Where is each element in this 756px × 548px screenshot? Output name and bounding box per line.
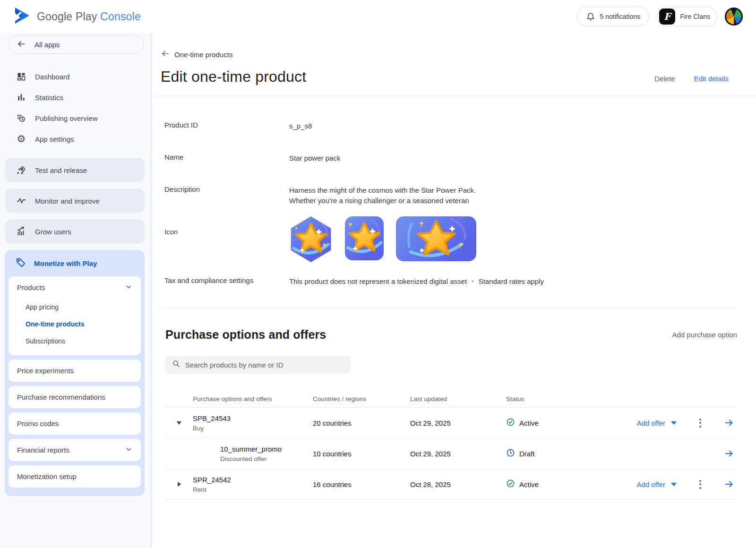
chevron-down-icon bbox=[125, 283, 132, 292]
description-line2: Whether you're a rising challenger or a … bbox=[289, 196, 476, 206]
rocket-icon bbox=[16, 164, 27, 176]
description-value: Harness the might of the cosmos with the… bbox=[289, 185, 476, 206]
add-offer-label: Add offer bbox=[636, 419, 665, 427]
col-header-status: Status bbox=[506, 395, 623, 402]
caret-down-icon bbox=[671, 421, 677, 425]
sidebar-group-grow-users[interactable]: Grow users bbox=[5, 219, 145, 244]
open-row-arrow[interactable] bbox=[724, 479, 734, 489]
account-avatar[interactable] bbox=[725, 8, 743, 26]
all-apps-back-button[interactable]: All apps bbox=[9, 35, 144, 54]
delete-button[interactable]: Delete bbox=[654, 75, 675, 83]
sidebar-item-subscriptions[interactable]: Subscriptions bbox=[9, 333, 141, 350]
triangle-down-icon bbox=[177, 421, 181, 425]
product-icon-banner bbox=[396, 216, 476, 261]
icon-label: Icon bbox=[161, 228, 289, 236]
bell-icon bbox=[586, 11, 595, 22]
notifications-button[interactable]: 5 notifications bbox=[577, 7, 650, 26]
brand[interactable]: Google Play Console bbox=[14, 7, 141, 26]
sidebar: All apps Dashboard Statistics Publishing… bbox=[0, 33, 152, 548]
col-header-purchase-options: Purchase options and offers bbox=[193, 395, 313, 402]
tax-compliance-label: Tax and compliance settings bbox=[161, 276, 289, 287]
countries-cell: 10 countries bbox=[313, 450, 410, 458]
collapse-row-button[interactable] bbox=[165, 421, 193, 425]
more-actions-button[interactable] bbox=[697, 417, 703, 429]
sidebar-item-products[interactable]: Products bbox=[9, 276, 141, 299]
card-label: Promo codes bbox=[17, 420, 59, 428]
search-box[interactable] bbox=[165, 356, 351, 374]
sidebar-item-promo-codes[interactable]: Promo codes bbox=[9, 412, 141, 435]
caret-down-icon bbox=[671, 483, 677, 486]
countries-cell: 20 countries bbox=[313, 419, 410, 427]
brand-console: Console bbox=[100, 10, 141, 23]
last-updated-cell: Oct 28, 2025 bbox=[410, 480, 506, 488]
description-label: Description bbox=[161, 185, 289, 206]
sidebar-item-publishing-overview[interactable]: Publishing overview bbox=[0, 108, 152, 128]
app-name-label: Fire Clans bbox=[680, 13, 710, 20]
products-card: Products App pricing One-time products S… bbox=[9, 276, 141, 355]
active-check-icon bbox=[506, 418, 515, 428]
col-header-last-updated: Last updated bbox=[410, 395, 506, 402]
main-content: One-time products Edit one-time product … bbox=[152, 33, 756, 548]
countries-cell: 16 countries bbox=[313, 480, 410, 488]
add-offer-button[interactable]: Add offer bbox=[636, 419, 677, 427]
search-input[interactable] bbox=[185, 361, 344, 369]
add-offer-button[interactable]: Add offer bbox=[636, 480, 677, 488]
card-label: Monetization setup bbox=[17, 472, 77, 480]
purchase-options-table: Purchase options and offers Countries / … bbox=[165, 391, 737, 500]
publishing-overview-icon bbox=[16, 112, 27, 124]
more-actions-button[interactable] bbox=[697, 478, 703, 491]
sidebar-item-app-settings[interactable]: ⚙ App settings bbox=[0, 128, 152, 149]
table-row: SPR_24542 Rent 16 countries Oct 28, 2025… bbox=[165, 469, 737, 500]
sidebar-item-statistics[interactable]: Statistics bbox=[0, 87, 152, 108]
purchase-option-id: SPR_24542 bbox=[193, 476, 313, 484]
sidebar-item-monetization-setup[interactable]: Monetization setup bbox=[9, 465, 141, 488]
statistics-icon bbox=[16, 92, 27, 103]
draft-clock-icon bbox=[506, 448, 515, 459]
table-row: 10_summer_promo Discounted offer 10 coun… bbox=[165, 438, 737, 469]
notifications-label: 5 notifications bbox=[600, 13, 641, 20]
sidebar-group-label: Monitor and improve bbox=[35, 197, 100, 205]
purchase-options-heading: Purchase options and offers bbox=[165, 328, 326, 342]
sidebar-item-label: App settings bbox=[35, 135, 74, 143]
last-updated-cell: Oct 29, 2025 bbox=[410, 450, 506, 458]
add-offer-label: Add offer bbox=[636, 480, 665, 488]
back-arrow-icon bbox=[17, 39, 26, 50]
status-badge: Active bbox=[519, 480, 539, 488]
brand-text: Google Play Console bbox=[37, 10, 141, 23]
sidebar-item-dashboard[interactable]: Dashboard bbox=[0, 66, 152, 87]
sidebar-group-label: Grow users bbox=[35, 228, 71, 236]
section-divider bbox=[161, 308, 737, 309]
purchase-option-type: Rent bbox=[193, 486, 313, 493]
sidebar-item-financial-reports[interactable]: Financial reports bbox=[9, 439, 141, 461]
back-arrow-icon bbox=[161, 49, 170, 60]
app-switcher-button[interactable]: F Fire Clans bbox=[657, 7, 717, 26]
sidebar-group-monetize-with-play[interactable]: Monetize with Play bbox=[5, 250, 145, 276]
product-icon-square bbox=[345, 216, 384, 260]
edit-details-button[interactable]: Edit details bbox=[694, 75, 729, 83]
sidebar-item-label: Publishing overview bbox=[35, 114, 98, 122]
status-badge: Draft bbox=[519, 450, 535, 458]
product-id-label: Product ID bbox=[161, 121, 289, 131]
tax-separator: • bbox=[472, 276, 474, 287]
expand-row-button[interactable] bbox=[165, 482, 193, 487]
offer-type: Discounted offer bbox=[220, 455, 313, 462]
col-header-countries: Countries / regions bbox=[313, 395, 410, 402]
open-row-arrow[interactable] bbox=[724, 448, 734, 459]
sidebar-group-monitor-and-improve[interactable]: Monitor and improve bbox=[5, 188, 145, 213]
sidebar-item-label: Statistics bbox=[35, 94, 63, 102]
header-divider bbox=[152, 97, 756, 97]
sidebar-item-app-pricing[interactable]: App pricing bbox=[9, 299, 141, 316]
sidebar-item-price-experiments[interactable]: Price experiments bbox=[9, 360, 141, 382]
sidebar-group-test-and-release[interactable]: Test and release bbox=[5, 158, 145, 182]
sidebar-item-purchase-recommendations[interactable]: Purchase recommendations bbox=[9, 386, 141, 408]
card-label: Financial reports bbox=[17, 446, 69, 454]
last-updated-cell: Oct 29, 2025 bbox=[410, 419, 506, 427]
breadcrumb[interactable]: One-time products bbox=[161, 49, 756, 60]
tax-value-2: Standard rates apply bbox=[479, 276, 544, 287]
tag-icon bbox=[16, 257, 26, 269]
sidebar-group-label: Test and release bbox=[35, 166, 87, 174]
open-row-arrow[interactable] bbox=[724, 418, 734, 428]
search-icon bbox=[172, 360, 180, 370]
sidebar-item-one-time-products[interactable]: One-time products bbox=[9, 316, 141, 333]
add-purchase-option-button[interactable]: Add purchase option bbox=[672, 331, 737, 339]
